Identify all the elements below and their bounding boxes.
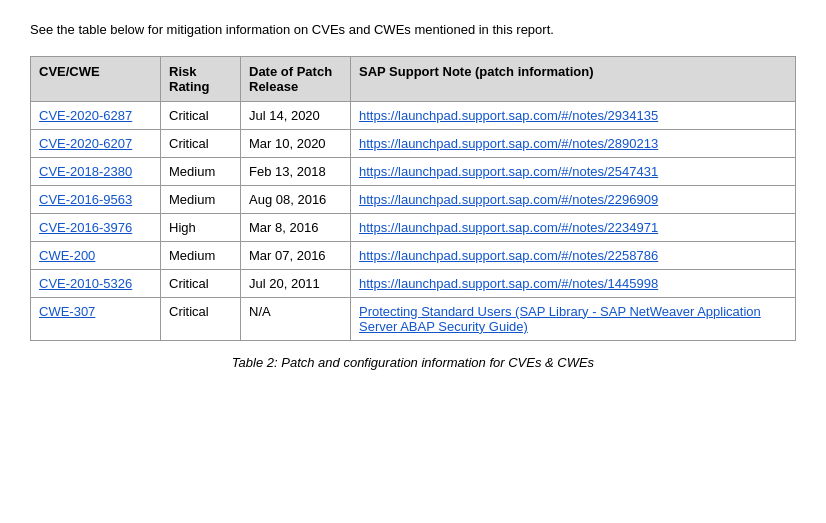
table-row: CVE-2016-3976HighMar 8, 2016https://laun… <box>31 213 796 241</box>
table-cell-cve: CWE-200 <box>31 241 161 269</box>
note-link[interactable]: https://launchpad.support.sap.com/#/note… <box>359 276 658 291</box>
table-cell-note: https://launchpad.support.sap.com/#/note… <box>351 185 796 213</box>
table-row: CVE-2020-6287CriticalJul 14, 2020https:/… <box>31 101 796 129</box>
intro-text: See the table below for mitigation infor… <box>30 20 796 40</box>
cve-link[interactable]: CWE-307 <box>39 304 95 319</box>
col-header-note: SAP Support Note (patch information) <box>351 56 796 101</box>
table-row: CVE-2016-9563MediumAug 08, 2016https://l… <box>31 185 796 213</box>
table-row: CWE-200MediumMar 07, 2016https://launchp… <box>31 241 796 269</box>
table-cell-risk: Medium <box>161 157 241 185</box>
table-cell-note: https://launchpad.support.sap.com/#/note… <box>351 157 796 185</box>
table-cell-cve: CWE-307 <box>31 297 161 340</box>
table-cell-note: https://launchpad.support.sap.com/#/note… <box>351 269 796 297</box>
cve-link[interactable]: CWE-200 <box>39 248 95 263</box>
note-link[interactable]: https://launchpad.support.sap.com/#/note… <box>359 136 658 151</box>
table-cell-date: Aug 08, 2016 <box>241 185 351 213</box>
table-cell-note: https://launchpad.support.sap.com/#/note… <box>351 129 796 157</box>
cve-link[interactable]: CVE-2018-2380 <box>39 164 132 179</box>
table-wrapper: CVE/CWE Risk Rating Date of Patch Releas… <box>30 56 796 341</box>
cve-link[interactable]: CVE-2020-6287 <box>39 108 132 123</box>
table-cell-risk: Medium <box>161 241 241 269</box>
table-cell-cve: CVE-2016-9563 <box>31 185 161 213</box>
col-header-cve: CVE/CWE <box>31 56 161 101</box>
cve-link[interactable]: CVE-2016-3976 <box>39 220 132 235</box>
table-cell-date: Jul 20, 2011 <box>241 269 351 297</box>
table-cell-risk: High <box>161 213 241 241</box>
cve-link[interactable]: CVE-2016-9563 <box>39 192 132 207</box>
table-cell-risk: Critical <box>161 101 241 129</box>
cve-table: CVE/CWE Risk Rating Date of Patch Releas… <box>30 56 796 341</box>
table-cell-note: https://launchpad.support.sap.com/#/note… <box>351 213 796 241</box>
table-cell-cve: CVE-2020-6287 <box>31 101 161 129</box>
note-link[interactable]: https://launchpad.support.sap.com/#/note… <box>359 164 658 179</box>
table-cell-risk: Medium <box>161 185 241 213</box>
col-header-risk: Risk Rating <box>161 56 241 101</box>
table-cell-cve: CVE-2020-6207 <box>31 129 161 157</box>
note-link[interactable]: Protecting Standard Users (SAP Library -… <box>359 304 761 334</box>
table-row: CVE-2018-2380MediumFeb 13, 2018https://l… <box>31 157 796 185</box>
table-cell-cve: CVE-2016-3976 <box>31 213 161 241</box>
note-link[interactable]: https://launchpad.support.sap.com/#/note… <box>359 192 658 207</box>
table-cell-date: Feb 13, 2018 <box>241 157 351 185</box>
note-link[interactable]: https://launchpad.support.sap.com/#/note… <box>359 220 658 235</box>
table-cell-date: N/A <box>241 297 351 340</box>
table-cell-date: Jul 14, 2020 <box>241 101 351 129</box>
table-cell-cve: CVE-2010-5326 <box>31 269 161 297</box>
table-cell-date: Mar 8, 2016 <box>241 213 351 241</box>
note-link[interactable]: https://launchpad.support.sap.com/#/note… <box>359 248 658 263</box>
table-cell-date: Mar 10, 2020 <box>241 129 351 157</box>
table-cell-risk: Critical <box>161 297 241 340</box>
table-row: CWE-307CriticalN/AProtecting Standard Us… <box>31 297 796 340</box>
col-header-date: Date of Patch Release <box>241 56 351 101</box>
table-cell-date: Mar 07, 2016 <box>241 241 351 269</box>
cve-link[interactable]: CVE-2010-5326 <box>39 276 132 291</box>
note-link[interactable]: https://launchpad.support.sap.com/#/note… <box>359 108 658 123</box>
cve-link[interactable]: CVE-2020-6207 <box>39 136 132 151</box>
table-row: CVE-2010-5326CriticalJul 20, 2011https:/… <box>31 269 796 297</box>
table-cell-risk: Critical <box>161 129 241 157</box>
table-cell-note: Protecting Standard Users (SAP Library -… <box>351 297 796 340</box>
table-cell-note: https://launchpad.support.sap.com/#/note… <box>351 241 796 269</box>
table-cell-cve: CVE-2018-2380 <box>31 157 161 185</box>
table-caption: Table 2: Patch and configuration informa… <box>30 355 796 370</box>
table-header-row: CVE/CWE Risk Rating Date of Patch Releas… <box>31 56 796 101</box>
table-cell-risk: Critical <box>161 269 241 297</box>
table-row: CVE-2020-6207CriticalMar 10, 2020https:/… <box>31 129 796 157</box>
table-cell-note: https://launchpad.support.sap.com/#/note… <box>351 101 796 129</box>
